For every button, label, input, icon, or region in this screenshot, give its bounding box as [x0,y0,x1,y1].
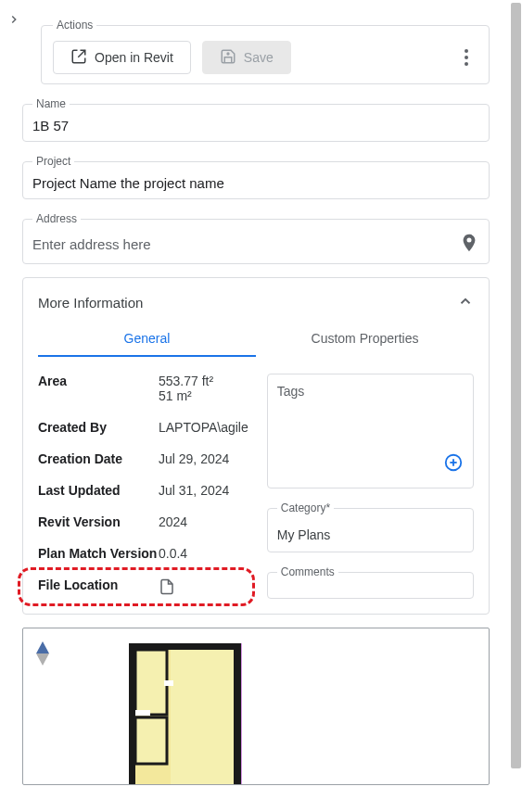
collapse-more-info-button[interactable] [457,293,474,312]
area-value: 553.77 ft² 51 m² [159,374,248,403]
created-by-value: LAPTOPA\agile [159,420,248,435]
more-information-title: More Information [38,295,143,311]
save-button: Save [202,41,291,74]
comments-field[interactable]: Comments [267,565,474,599]
name-field[interactable]: Name 1B 57 [22,97,490,142]
file-location-value [159,577,248,599]
address-legend: Address [32,212,81,225]
svg-point-0 [227,53,229,55]
save-label: Save [244,50,274,65]
svg-marker-5 [36,653,49,666]
address-placeholder: Enter address here [32,236,151,252]
comments-legend: Comments [277,565,338,578]
creation-date-value: Jul 29, 2024 [159,451,248,466]
revit-version-label: Revit Version [38,514,159,529]
info-properties-list: Area 553.77 ft² 51 m² Created By LAPTOPA… [38,374,248,599]
name-legend: Name [32,97,70,110]
vertical-scrollbar[interactable] [511,3,521,768]
area-label: Area [38,374,159,388]
north-arrow-icon [34,641,51,668]
name-value: 1B 57 [32,118,479,133]
creation-date-label: Creation Date [38,451,159,466]
project-legend: Project [32,155,74,168]
plan-match-version-label: Plan Match Version [38,546,159,561]
address-field[interactable]: Address Enter address here [22,212,490,264]
floorplan-preview[interactable] [22,628,490,785]
open-in-revit-label: Open in Revit [95,50,173,65]
tags-box[interactable]: Tags [267,374,474,488]
open-in-revit-button[interactable]: Open in Revit [53,41,191,74]
project-field[interactable]: Project Project Name the project name [22,155,490,199]
map-pin-icon[interactable] [459,233,479,256]
collapse-panel-chevron[interactable] [7,13,20,29]
save-icon [220,48,236,68]
plan-match-version-value: 0.0.4 [159,546,248,561]
last-updated-label: Last Updated [38,483,159,498]
category-legend: Category* [277,501,334,514]
tab-general[interactable]: General [38,331,256,357]
last-updated-value: Jul 31, 2024 [159,483,248,498]
copy-path-icon[interactable] [159,584,175,599]
tags-label: Tags [277,384,464,399]
svg-rect-11 [135,710,150,716]
file-location-label: File Location [38,577,159,592]
kebab-menu-icon[interactable] [459,44,474,71]
add-tag-button[interactable] [443,452,464,478]
svg-rect-8 [135,650,167,715]
created-by-label: Created By [38,420,159,435]
svg-marker-4 [36,641,49,653]
revit-version-value: 2024 [159,514,248,529]
project-value: Project Name the project name [32,175,479,191]
tab-custom-properties[interactable]: Custom Properties [256,331,474,357]
actions-group: Actions Open in Revit Save [41,19,490,84]
tabs: General Custom Properties [38,331,474,357]
open-external-icon [70,48,87,68]
floorplan-svg [129,643,249,785]
svg-rect-9 [135,717,167,764]
svg-rect-10 [171,650,234,785]
category-value: My Plans [277,524,464,546]
more-information-panel: More Information General Custom Properti… [22,277,490,615]
svg-rect-12 [164,680,173,686]
category-field[interactable]: Category* My Plans [267,501,474,552]
actions-legend: Actions [53,19,96,32]
